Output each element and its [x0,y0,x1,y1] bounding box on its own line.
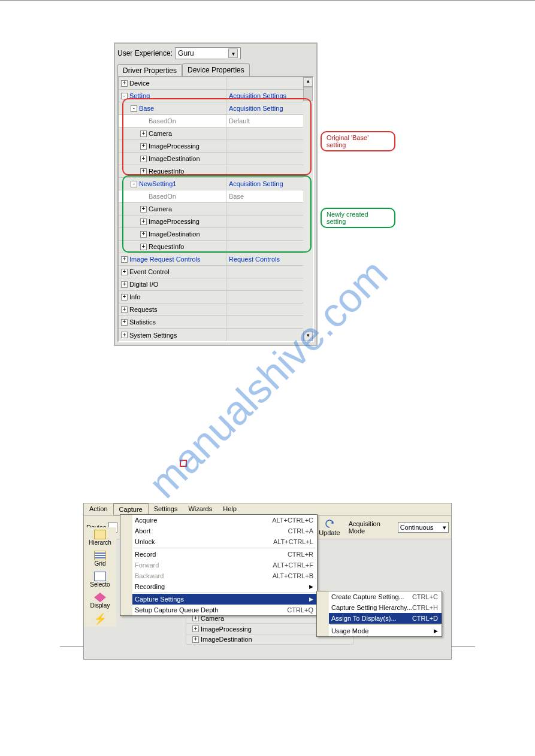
property-row[interactable]: +Image Request ControlsRequest Controls [119,253,303,266]
menu-item[interactable]: RecordCTRL+R [120,549,317,560]
submenu-item[interactable]: Capture Setting Hierarchy...CTRL+H [317,602,442,613]
update-label: Update [319,529,340,536]
menu-item[interactable]: Recording▶ [120,581,317,592]
expand-icon[interactable]: + [140,168,147,175]
property-key: ImageProcessing [149,218,200,225]
expand-icon[interactable]: + [121,294,128,300]
sidebar-display-label: Display [90,602,110,609]
property-row[interactable]: +Device [119,77,303,90]
submenu-item[interactable]: Usage Mode▶ [317,626,442,636]
menu-item[interactable]: AbortCTRL+A [120,526,317,536]
submenu-shortcut: CTRL+C [412,593,438,600]
scrollbar[interactable]: ▴ ▾ [303,77,313,341]
acquisition-mode-select[interactable]: Continuous ▾ [398,522,449,533]
expand-icon[interactable]: + [121,306,128,313]
property-row[interactable]: -SettingAcquisition Settings [119,90,303,102]
update-button[interactable]: Update [315,517,343,538]
sidebar-hierarchy-label: Hierarch [89,539,111,546]
menu-item-label: Abort [135,527,288,535]
menu-wizards[interactable]: Wizards [183,503,217,515]
property-key: Setting [129,92,150,99]
property-row[interactable]: +System Settings [119,329,303,341]
property-value: Base [229,193,244,200]
sidebar-hierarchy[interactable]: Hierarch [86,529,114,547]
sidebar: Hierarch Grid Selecto Display ⚡ [84,527,116,627]
expand-icon[interactable]: + [140,206,147,212]
scroll-down-icon[interactable]: ▾ [303,332,313,341]
property-row[interactable]: BasedOnDefault [119,115,303,127]
property-row[interactable]: +Statistics [119,316,303,329]
dropdown-arrow-icon[interactable]: ▾ [228,48,238,58]
property-row[interactable]: +ImageDestination [119,228,303,241]
tab-driver-properties[interactable]: Driver Properties [117,64,182,77]
scroll-up-icon[interactable]: ▴ [303,77,313,87]
property-row[interactable]: +Camera [119,203,303,215]
tree-imageprocessing-label: ImageProcessing [201,626,252,633]
sidebar-grid[interactable]: Grid [86,549,114,568]
sidebar-display[interactable]: Display [86,591,114,610]
property-row[interactable]: +ImageProcessing [119,215,303,228]
menu-item[interactable]: Capture Settings▶ [120,594,317,605]
property-row[interactable]: +Event Control [119,266,303,278]
collapse-icon[interactable]: - [131,105,137,112]
expand-icon[interactable]: + [121,256,128,263]
expand-icon[interactable]: + [121,269,128,275]
property-key: Statistics [129,318,156,326]
tab-device-properties[interactable]: Device Properties [182,63,250,77]
expand-icon[interactable]: + [192,626,199,632]
property-row[interactable]: BasedOnBase [119,190,303,203]
expand-icon[interactable]: + [140,218,147,225]
property-row[interactable]: +Digital I/O [119,278,303,291]
submenu-item[interactable]: Assign To Display(s)...CTRL+D [317,613,442,624]
property-row[interactable]: +RequestInfo [119,241,303,253]
sidebar-selector[interactable]: Selecto [86,570,114,589]
expand-icon[interactable]: + [140,143,147,150]
submenu-shortcut: CTRL+D [412,615,438,622]
acquisition-mode-label: Acquisition Mode [349,520,396,535]
property-key: Requests [129,306,157,313]
expand-icon[interactable]: + [192,636,199,643]
menu-action[interactable]: Action [84,503,113,515]
property-row[interactable]: +RequestInfo [119,165,303,178]
expand-icon[interactable]: + [121,80,128,87]
expand-icon[interactable]: + [121,281,128,288]
submenu-arrow-icon: ▶ [434,628,438,634]
capture-settings-submenu: Create Capture Setting...CTRL+CCapture S… [316,591,442,637]
menu-shortcut: CTRL+A [288,527,314,535]
scroll-thumb[interactable] [303,87,313,101]
menu-item: BackwardALT+CTRL+B [120,570,317,581]
menu-capture[interactable]: Capture [113,503,149,515]
property-key: System Settings [129,332,177,339]
expand-icon[interactable]: + [140,156,147,162]
menu-shortcut: CTRL+Q [287,606,313,614]
expand-icon[interactable]: + [121,332,128,338]
submenu-item-label: Capture Setting Hierarchy... [331,604,412,611]
collapse-icon[interactable]: - [121,93,128,99]
property-row[interactable]: -BaseAcquisition Setting [119,102,303,115]
menu-item[interactable]: Setup Capture Queue DepthCTRL+Q [120,605,317,615]
property-row[interactable]: +ImageDestination [119,153,303,165]
property-key: Event Control [129,268,170,275]
menu-settings[interactable]: Settings [149,503,183,515]
property-row[interactable]: +Requests [119,303,303,316]
user-experience-select[interactable]: Guru ▾ [175,47,241,59]
expand-icon[interactable]: + [140,244,147,250]
capture-window: Action Capture Settings Wizards Help Dev… [83,503,452,660]
expand-icon[interactable]: + [140,130,147,137]
display-icon [94,593,106,602]
lightning-icon[interactable]: ⚡ [93,612,107,626]
property-row[interactable]: +ImageProcessing [119,140,303,153]
submenu-item[interactable]: Create Capture Setting...CTRL+C [317,591,442,602]
expand-icon[interactable]: + [140,231,147,238]
property-row[interactable]: +Info [119,291,303,303]
property-row[interactable]: -NewSetting1Acquisition Setting [119,178,303,190]
hierarchy-icon [94,530,106,539]
expand-icon[interactable]: + [121,319,128,326]
property-key: Image Request Controls [129,256,201,263]
property-row[interactable]: +Camera [119,127,303,140]
menu-help[interactable]: Help [217,503,242,515]
collapse-icon[interactable]: - [131,181,137,187]
menu-item[interactable]: AcquireALT+CTRL+C [120,515,317,526]
dropdown-arrow-icon[interactable]: ▾ [443,524,446,532]
menu-item[interactable]: UnlockALT+CTRL+L [120,536,317,547]
